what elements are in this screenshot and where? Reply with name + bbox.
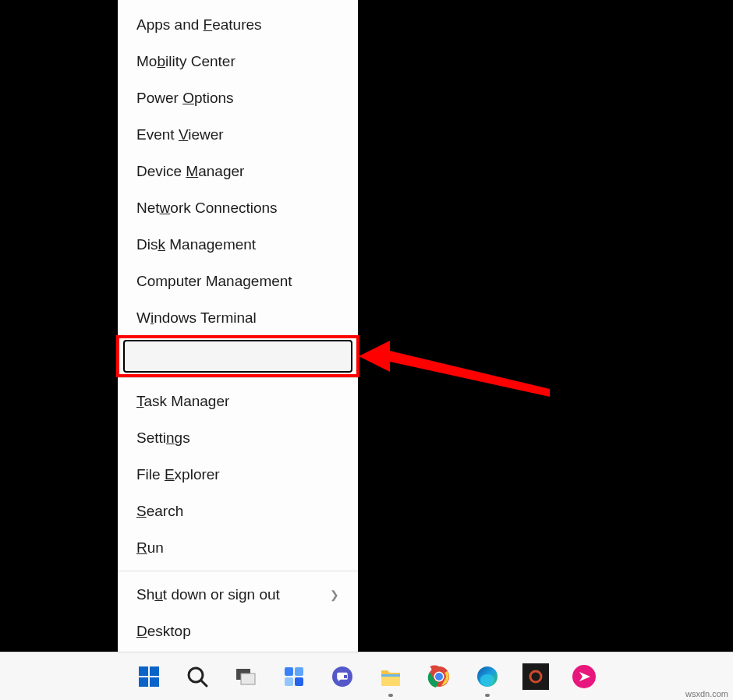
menu-item-mobility-center[interactable]: Mobility Center	[118, 43, 358, 80]
menu-item-label: Task Manager	[136, 393, 229, 410]
svg-rect-9	[241, 673, 255, 684]
watermark: wsxdn.com	[685, 689, 728, 698]
edge-icon	[476, 665, 499, 688]
menu-item-label: Mobility Center	[136, 53, 235, 70]
chrome-icon	[427, 665, 451, 688]
app-button-pink[interactable]	[568, 661, 600, 692]
svg-line-7	[201, 681, 207, 686]
file-explorer-icon	[379, 665, 402, 688]
task-view-button[interactable]	[230, 661, 261, 692]
svg-rect-12	[285, 677, 293, 686]
svg-rect-15	[344, 675, 347, 678]
svg-rect-4	[139, 677, 148, 687]
chat-button[interactable]	[327, 661, 358, 692]
app-button-dark-icon	[522, 663, 549, 690]
menu-item-label: Desktop	[136, 623, 191, 640]
menu-item-run[interactable]: Run	[118, 529, 358, 566]
svg-point-20	[435, 673, 443, 681]
running-indicator	[388, 694, 393, 697]
menu-item-label: Power Options	[136, 90, 234, 107]
running-indicator	[485, 694, 490, 697]
menu-item-file-explorer[interactable]: File Explorer	[118, 456, 358, 493]
menu-item-task-manager[interactable]: Task Manager	[118, 383, 358, 419]
svg-rect-17	[381, 674, 400, 677]
svg-rect-2	[139, 666, 148, 676]
svg-rect-10	[285, 667, 293, 676]
menu-item-device-manager[interactable]: Device Manager	[118, 153, 358, 189]
search-icon	[186, 665, 209, 688]
menu-item-computer-management[interactable]: Computer Management	[118, 263, 358, 299]
menu-item-network-connections[interactable]: Network Connections	[118, 189, 358, 226]
menu-item-label: Shut down or sign out	[136, 586, 280, 603]
start-icon	[137, 665, 161, 688]
widgets-button[interactable]	[278, 661, 310, 692]
file-explorer-button[interactable]	[375, 661, 406, 692]
menu-item-label: Search	[136, 503, 183, 520]
menu-item-label: Settings	[136, 430, 190, 447]
menu-item-event-viewer[interactable]: Event Viewer	[118, 116, 358, 153]
menu-item-label: File Explorer	[136, 466, 220, 483]
start-button[interactable]	[133, 661, 165, 692]
menu-item-label: Disk Management	[136, 236, 256, 253]
edge-button[interactable]	[472, 661, 503, 692]
menu-item-label: Network Connections	[136, 200, 278, 217]
widgets-icon	[282, 665, 306, 688]
menu-item-search[interactable]: Search	[118, 493, 358, 529]
menu-item-label: Computer Management	[136, 273, 292, 290]
chevron-right-icon: ❯	[330, 589, 339, 601]
menu-item-label: Device Manager	[136, 163, 244, 180]
menu-separator	[118, 377, 358, 378]
chrome-button[interactable]	[423, 661, 455, 692]
menu-item-disk-management[interactable]: Disk Management	[118, 226, 358, 263]
search-button[interactable]	[182, 661, 213, 692]
menu-item-power-options[interactable]: Power Options	[118, 80, 358, 116]
menu-item-shutdown-signout[interactable]: Shut down or sign out❯	[118, 576, 358, 613]
svg-rect-13	[295, 677, 303, 686]
menu-item-windows-terminal-admin[interactable]: Windows Terminal (Admin)	[118, 336, 358, 373]
menu-item-label: Run	[136, 539, 164, 557]
app-button-pink-icon	[572, 664, 597, 689]
menu-item-apps-and-features[interactable]: Apps and Features	[118, 6, 358, 43]
svg-rect-22	[522, 663, 549, 690]
menu-item-settings[interactable]: Settings	[118, 419, 358, 456]
menu-separator	[118, 571, 358, 571]
menu-item-windows-terminal[interactable]: Windows Terminal	[118, 299, 358, 336]
menu-item-label: Windows Terminal	[136, 309, 257, 327]
svg-marker-1	[359, 341, 550, 397]
menu-item-label: Event Viewer	[136, 126, 224, 143]
taskbar	[0, 652, 733, 700]
menu-item-label: Windows Terminal (Admin)	[136, 346, 313, 363]
app-button-dark[interactable]	[520, 661, 551, 692]
menu-item-label: Apps and Features	[136, 16, 262, 34]
menu-item-desktop[interactable]: Desktop	[118, 613, 358, 649]
svg-rect-11	[295, 667, 303, 676]
annotation-arrow	[359, 337, 554, 399]
svg-rect-3	[150, 666, 159, 676]
winx-context-menu: Apps and FeaturesMobility CenterPower Op…	[118, 0, 358, 657]
chat-icon	[331, 665, 354, 688]
task-view-icon	[234, 665, 257, 688]
svg-rect-5	[150, 677, 159, 687]
